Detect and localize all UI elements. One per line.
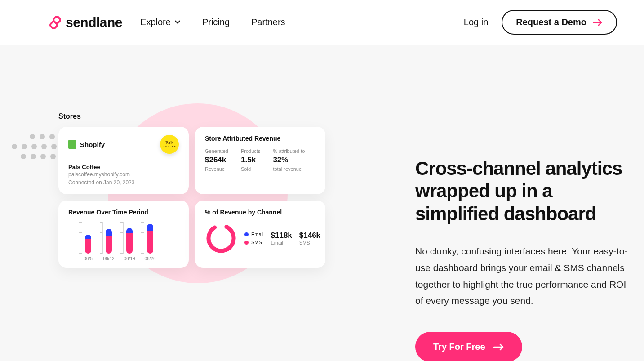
legend-dot-sms-icon <box>244 241 249 245</box>
legend-sms-label: SMS <box>251 240 262 245</box>
shopify-store-card: Shopify Pals COFFEE Pals Coffee palscoff… <box>58 127 189 194</box>
request-demo-label: Request a Demo <box>516 17 586 27</box>
revenue-channel-donut <box>205 222 237 254</box>
metric-value: $264k <box>205 156 228 165</box>
hero-body: No clunky, confusing interfaces here. Yo… <box>415 243 635 309</box>
channel-sms-sub: SMS <box>299 240 320 245</box>
metric-attributed: % attributed to 32% total revenue <box>273 148 305 172</box>
channel-email-sub: Email <box>271 240 292 245</box>
header-right: Log in Request a Demo <box>464 10 617 35</box>
dashboard-cards: Shopify Pals COFFEE Pals Coffee palscoff… <box>58 127 325 268</box>
legend-dot-email-icon <box>244 232 249 236</box>
shopify-icon <box>68 140 76 149</box>
bar-column: 06/26 <box>144 222 156 261</box>
nav-explore[interactable]: Explore <box>140 17 181 27</box>
attributed-title: Store Attributed Revenue <box>205 135 315 142</box>
svg-point-2 <box>205 222 237 254</box>
store-connected-date: Connected on Jan 20, 2023 <box>68 178 179 187</box>
nav-pricing-label: Pricing <box>202 17 230 27</box>
revenue-time-chart: 06/506/1206/1906/26 <box>82 222 179 261</box>
try-for-free-label: Try For Free <box>433 342 485 352</box>
metric-label: Generated <box>205 148 228 154</box>
revenue-time-title: Revenue Over Time Period <box>68 209 179 216</box>
bar-column: 06/5 <box>82 222 94 261</box>
hero-text: Cross-channel analytics wrapped up in a … <box>415 157 635 361</box>
store-name: Pals Coffee <box>68 164 179 170</box>
nav-partners-label: Partners <box>251 17 285 27</box>
metric-label: % attributed to <box>273 148 305 154</box>
channel-legend: Email SMS <box>244 232 264 245</box>
brand-name: sendlane <box>66 15 122 30</box>
nav-pricing[interactable]: Pricing <box>202 17 230 27</box>
dashboard-illustration: Stores Shopify Pals COFFEE Pals Coffee p… <box>58 112 325 268</box>
metric-sub: Revenue <box>205 166 228 172</box>
brand-logo[interactable]: sendlane <box>49 15 122 30</box>
channel-sms-metric: $146k SMS <box>299 231 320 245</box>
revenue-over-time-card: Revenue Over Time Period 06/506/1206/190… <box>58 201 189 268</box>
channel-email-metric: $118k Email <box>271 231 292 245</box>
chevron-down-icon <box>174 17 181 27</box>
metric-value: 32% <box>273 156 305 165</box>
request-demo-button[interactable]: Request a Demo <box>502 10 617 35</box>
login-link[interactable]: Log in <box>464 17 489 27</box>
store-avatar-top: Pals <box>165 141 173 145</box>
metric-generated: Generated $264k Revenue <box>205 148 228 172</box>
hero-section: Stores Shopify Pals COFFEE Pals Coffee p… <box>0 45 644 361</box>
main-nav: Explore Pricing Partners <box>140 17 285 27</box>
shopify-label: Shopify <box>80 141 105 148</box>
hero-headline: Cross-channel analytics wrapped up in a … <box>415 157 635 225</box>
channel-sms-value: $146k <box>299 231 320 240</box>
metric-sub: Sold <box>241 166 260 172</box>
legend-email-label: Email <box>251 232 264 237</box>
arrow-right-icon <box>593 19 603 26</box>
channel-email-value: $118k <box>271 231 292 240</box>
metric-label: Products <box>241 148 260 154</box>
attributed-revenue-card: Store Attributed Revenue Generated $264k… <box>195 127 325 194</box>
store-avatar: Pals COFFEE <box>160 135 179 154</box>
stores-title: Stores <box>58 112 325 120</box>
nav-partners[interactable]: Partners <box>251 17 285 27</box>
metric-value: 1.5k <box>241 156 260 165</box>
try-for-free-button[interactable]: Try For Free <box>415 332 522 361</box>
store-avatar-bottom: COFFEE <box>163 145 176 148</box>
brand-logo-icon <box>49 16 62 29</box>
decorative-dots <box>12 134 65 159</box>
svg-rect-1 <box>49 21 58 29</box>
bar-category-label: 06/19 <box>124 256 135 261</box>
bar-column: 06/19 <box>123 222 136 261</box>
bar-category-label: 06/26 <box>144 256 155 261</box>
site-header: sendlane Explore Pricing Partners Log in… <box>0 0 644 45</box>
revenue-by-channel-card: % of Revenue by Channel Email SMS $118k … <box>195 201 325 268</box>
metric-products: Products 1.5k Sold <box>241 148 260 172</box>
login-label: Log in <box>464 17 489 27</box>
bar-category-label: 06/12 <box>103 256 114 261</box>
metric-sub: total revenue <box>273 166 305 172</box>
arrow-right-icon <box>493 343 504 351</box>
bar-column: 06/12 <box>102 222 115 261</box>
revenue-channel-title: % of Revenue by Channel <box>205 209 315 216</box>
bar-category-label: 06/5 <box>84 256 92 261</box>
store-domain: palscoffee.myshopify.com <box>68 170 179 178</box>
nav-explore-label: Explore <box>140 17 171 27</box>
